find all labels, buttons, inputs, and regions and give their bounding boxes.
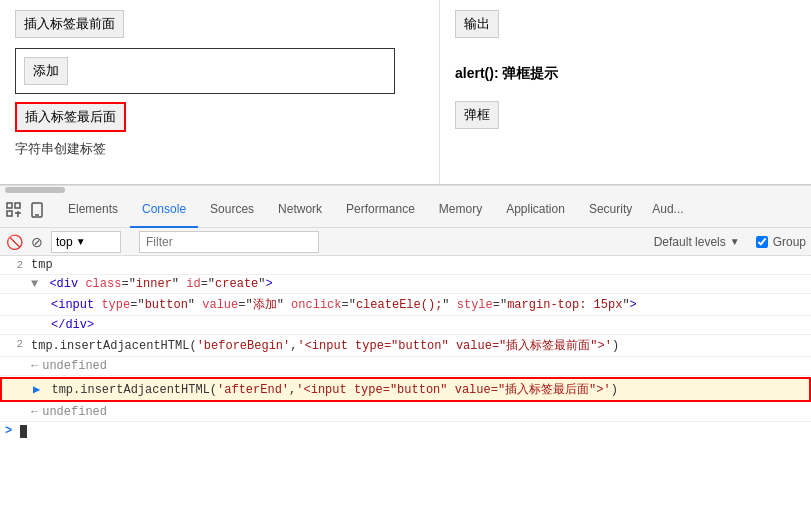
line-content: tmp xyxy=(31,258,806,272)
alert-title: alert(): 弹框提示 xyxy=(455,65,796,83)
prompt-symbol: > xyxy=(5,424,12,438)
line-number xyxy=(5,296,23,297)
line-number xyxy=(7,381,25,382)
line-content: <input type="button" value="添加" onclick=… xyxy=(31,296,806,313)
line-content: ▶ tmp.insertAdjacentHTML('afterEnd','<in… xyxy=(33,381,804,398)
tab-sources[interactable]: Sources xyxy=(198,193,266,228)
left-panel: 插入标签最前面 添加 插入标签最后面 字符串创建标签 xyxy=(0,0,440,184)
tab-audits[interactable]: Aud... xyxy=(644,193,691,228)
btn-popup[interactable]: 弹框 xyxy=(455,101,499,129)
tab-security[interactable]: Security xyxy=(577,193,644,228)
line-content: undefined xyxy=(42,359,806,373)
tab-console[interactable]: Console xyxy=(130,193,198,228)
line-number xyxy=(5,405,23,406)
devtools-panel: Elements Console Sources Network Perform… xyxy=(0,185,811,525)
context-dropdown-arrow: ▼ xyxy=(76,236,86,247)
line-content: undefined xyxy=(42,405,806,419)
label-create: 字符串创建标签 xyxy=(15,140,424,158)
console-line: 2 tmp xyxy=(0,256,811,275)
prompt-line[interactable]: > xyxy=(0,422,811,440)
mobile-icon[interactable] xyxy=(28,201,46,219)
btn-insert-after[interactable]: 插入标签最后面 xyxy=(15,102,126,132)
line-number xyxy=(5,359,23,360)
tab-icons xyxy=(5,201,46,219)
tab-elements[interactable]: Elements xyxy=(56,193,130,228)
console-line: </div> xyxy=(0,316,811,335)
filter-icon[interactable]: ⊘ xyxy=(28,233,46,251)
inspect-icon[interactable] xyxy=(5,201,23,219)
filter-input[interactable] xyxy=(139,231,319,253)
add-box: 添加 xyxy=(15,48,395,94)
right-panel: 输出 alert(): 弹框提示 弹框 xyxy=(440,0,811,184)
btn-output[interactable]: 输出 xyxy=(455,10,499,38)
console-line: ▼ <div class="inner" id="create"> xyxy=(0,275,811,294)
return-arrow: ← xyxy=(31,359,38,373)
console-line: <input type="button" value="添加" onclick=… xyxy=(0,294,811,316)
line-content: tmp.insertAdjacentHTML('beforeBegin','<i… xyxy=(31,337,806,354)
console-line-highlighted: ▶ tmp.insertAdjacentHTML('afterEnd','<in… xyxy=(0,377,811,402)
group-label: Group xyxy=(773,235,806,249)
line-content: ▼ <div class="inner" id="create"> xyxy=(31,277,806,291)
tab-performance[interactable]: Performance xyxy=(334,193,427,228)
tab-memory[interactable]: Memory xyxy=(427,193,494,228)
svg-rect-0 xyxy=(7,203,12,208)
context-select[interactable]: top ▼ xyxy=(51,231,121,253)
line-number: 2 xyxy=(5,337,23,350)
tab-bar: Elements Console Sources Network Perform… xyxy=(0,193,811,228)
console-toolbar: 🚫 ⊘ top ▼ Default levels ▼ Group xyxy=(0,228,811,256)
svg-rect-1 xyxy=(7,211,12,216)
console-line-undefined: ← undefined xyxy=(0,357,811,376)
cursor xyxy=(20,425,27,438)
group-checkbox[interactable] xyxy=(756,236,768,248)
execute-arrow: ▶ xyxy=(33,383,40,397)
line-content: </div> xyxy=(31,318,806,332)
default-levels[interactable]: Default levels ▼ xyxy=(654,235,740,249)
btn-add[interactable]: 添加 xyxy=(24,57,68,85)
expand-arrow[interactable]: ▼ xyxy=(31,277,38,291)
webpage-area: 插入标签最前面 添加 插入标签最后面 字符串创建标签 输出 alert(): 弹… xyxy=(0,0,811,185)
console-line-undefined-after: ← undefined xyxy=(0,403,811,422)
clear-console-icon[interactable]: 🚫 xyxy=(5,233,23,251)
btn-insert-before[interactable]: 插入标签最前面 xyxy=(15,10,124,38)
tab-network[interactable]: Network xyxy=(266,193,334,228)
tab-application[interactable]: Application xyxy=(494,193,577,228)
console-output: 2 tmp ▼ <div class="inner" id="create"> … xyxy=(0,256,811,525)
line-number xyxy=(5,318,23,319)
svg-rect-2 xyxy=(15,203,20,208)
levels-dropdown-icon: ▼ xyxy=(730,236,740,247)
console-line: 2 tmp.insertAdjacentHTML('beforeBegin','… xyxy=(0,335,811,357)
line-number: 2 xyxy=(5,258,23,271)
line-number xyxy=(5,277,23,278)
return-arrow: ← xyxy=(31,405,38,419)
